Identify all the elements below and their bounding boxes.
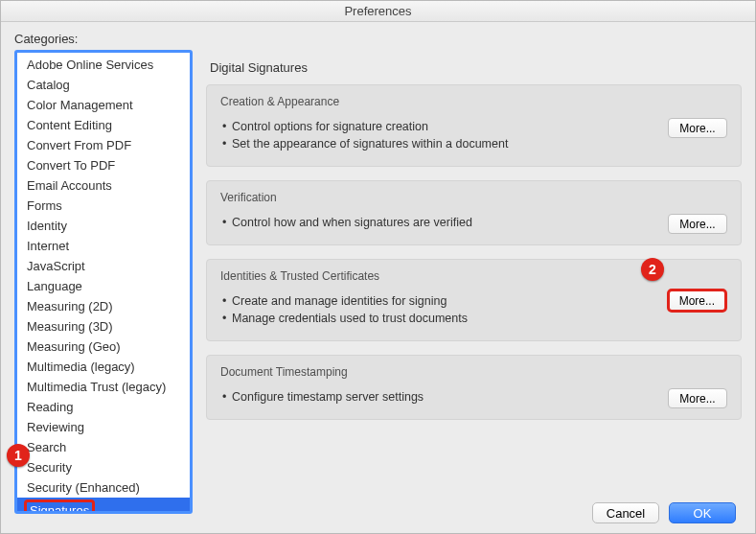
bullet-text: Configure timestamp server settings: [220, 388, 727, 406]
section-title: Verification: [220, 191, 727, 204]
window-titlebar: Preferences: [1, 1, 755, 22]
window-title: Preferences: [344, 4, 411, 18]
category-item-label: Color Management: [27, 98, 133, 112]
category-item-label: Measuring (3D): [27, 319, 113, 334]
category-item-label: Multimedia (legacy): [27, 360, 135, 374]
category-item[interactable]: Measuring (Geo): [17, 337, 190, 357]
categories-listbox[interactable]: Adobe Online ServicesCatalogColor Manage…: [14, 50, 193, 514]
category-item[interactable]: Measuring (2D): [17, 296, 190, 316]
category-item[interactable]: Identity: [17, 216, 190, 236]
ok-button[interactable]: OK: [669, 502, 736, 523]
section-creation-appearance: Creation & Appearance Control options fo…: [206, 84, 742, 167]
category-item[interactable]: JavaScript: [17, 256, 190, 276]
category-item-label: Reading: [27, 400, 73, 414]
category-item[interactable]: Measuring (3D): [17, 316, 190, 337]
category-item-label: Content Editing: [27, 118, 112, 132]
more-button-creation[interactable]: More...: [668, 118, 727, 138]
category-item-label: Email Accounts: [27, 178, 112, 193]
categories-label: Categories:: [14, 32, 193, 46]
category-item-label: Adobe Online Services: [27, 58, 153, 72]
category-item[interactable]: Reviewing: [17, 417, 190, 437]
section-verification: Verification Control how and when signat…: [206, 180, 742, 245]
category-item[interactable]: Convert To PDF: [17, 155, 190, 175]
section-title: Creation & Appearance: [220, 95, 727, 108]
panel-heading: Digital Signatures: [210, 60, 742, 75]
category-item-label: Search: [27, 440, 66, 454]
category-item-label: Multimedia Trust (legacy): [27, 380, 166, 394]
category-item-label: Measuring (2D): [27, 299, 113, 313]
dialog-footer: Cancel OK: [1, 493, 755, 533]
category-item[interactable]: Email Accounts: [17, 175, 190, 196]
cancel-button[interactable]: Cancel: [592, 502, 659, 523]
more-button-timestamping[interactable]: More...: [668, 388, 727, 408]
category-item[interactable]: Adobe Online Services: [17, 55, 190, 75]
category-item-label: Forms: [27, 198, 62, 213]
category-item[interactable]: Convert From PDF: [17, 135, 190, 155]
category-item-label: Security: [27, 460, 72, 475]
category-item[interactable]: Color Management: [17, 95, 190, 115]
category-item[interactable]: Reading: [17, 397, 190, 417]
category-item-label: Measuring (Geo): [27, 339, 121, 354]
section-title: Document Timestamping: [220, 365, 727, 379]
category-item[interactable]: Multimedia (legacy): [17, 357, 190, 377]
bullet-text: Set the appearance of signatures within …: [220, 135, 727, 152]
bullet-text: Control options for signature creation: [220, 118, 727, 135]
category-item-label: Identity: [27, 219, 67, 233]
category-item-label: Catalog: [27, 78, 70, 92]
bullet-text: Control how and when signatures are veri…: [220, 214, 727, 231]
category-item[interactable]: Internet: [17, 236, 190, 256]
category-item-label: JavaScript: [27, 259, 85, 273]
category-item-label: Internet: [27, 239, 69, 253]
category-item[interactable]: Language: [17, 276, 190, 296]
section-document-timestamping: Document Timestamping Configure timestam…: [206, 355, 742, 420]
more-button-identities[interactable]: More...: [667, 289, 727, 313]
category-item[interactable]: Multimedia Trust (legacy): [17, 377, 190, 397]
annotation-badge-1: 1: [7, 444, 30, 467]
category-item-label: Reviewing: [27, 420, 84, 434]
bullet-text: Create and manage identities for signing: [220, 292, 727, 310]
category-item[interactable]: Content Editing: [17, 115, 190, 135]
more-button-verification[interactable]: More...: [668, 214, 727, 234]
bullet-text: Manage credentials used to trust documen…: [220, 310, 727, 327]
annotation-badge-2: 2: [641, 258, 664, 281]
category-item[interactable]: Security: [17, 457, 190, 477]
category-item-label: Language: [27, 279, 82, 293]
category-item[interactable]: Search: [17, 437, 190, 457]
category-item[interactable]: Forms: [17, 196, 190, 216]
category-item[interactable]: Catalog: [17, 75, 190, 95]
category-item-label: Convert From PDF: [27, 138, 131, 152]
category-item-label: Convert To PDF: [27, 158, 115, 173]
